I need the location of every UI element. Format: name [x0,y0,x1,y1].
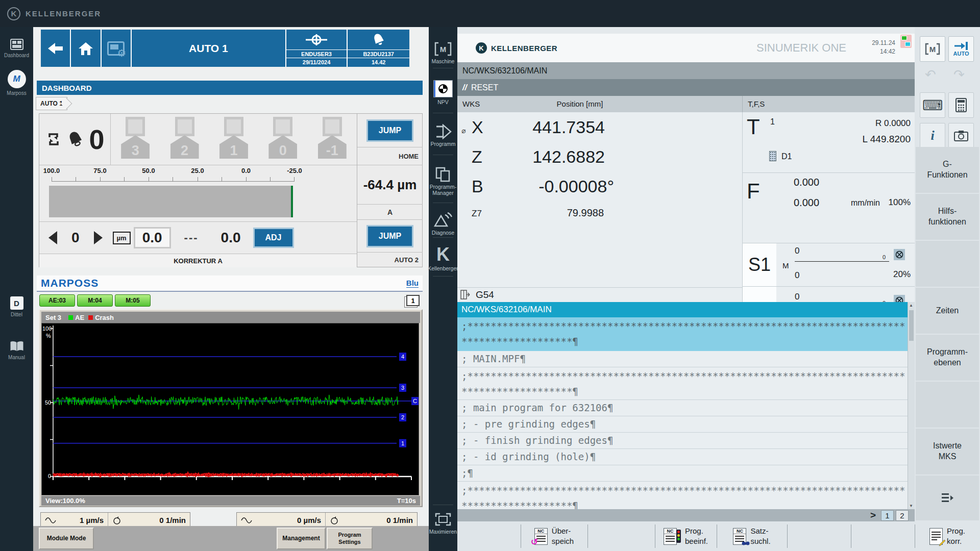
scroll-up-icon[interactable]: ▲ [909,303,913,308]
softkey-empty[interactable] [916,241,979,287]
tool-letter: T [747,116,760,138]
pager-page-1[interactable]: 1 [881,510,894,521]
pager-page-2[interactable]: 2 [896,510,909,521]
softkey-prog-beeinf[interactable]: NC Prog.beeinf. [655,521,717,551]
sinumerik-header: K KELLENBERGER SINUMERIK ONE 29.11.24 14… [457,34,915,62]
nav-item-programm[interactable]: Programm [429,124,457,147]
jump-auto2-button[interactable]: JUMP [366,225,413,247]
softkey-hilfsfunktionen[interactable]: Hilfs-funktionen [916,194,979,240]
program-line[interactable]: ;***************************************… [457,482,908,509]
jump-home-button[interactable]: JUMP [366,119,413,142]
softkey-separator [787,524,788,548]
svg-text:M: M [929,45,936,54]
module-mode-button[interactable]: Module Mode [39,528,94,549]
home-button[interactable] [71,30,100,67]
step-increase-icon[interactable] [94,231,103,244]
nav-item-kellenberger[interactable]: K Kellenberger [429,245,457,271]
nav-item-diagnose[interactable]: Diagnose [429,212,457,236]
program-line[interactable]: ;¶ [457,465,908,482]
tab-m05[interactable]: M:05 [115,294,151,307]
step-value: 0 [71,230,80,246]
program-line[interactable]: ; - finish grinding edges¶ [457,433,908,449]
home-label: HOME [357,153,423,160]
tab-m04[interactable]: M:04 [77,294,113,307]
spindle1-chip: S1 [743,243,776,286]
management-button[interactable]: Management [277,528,326,549]
nav-separator [433,68,453,68]
session-machine-cell[interactable]: B23DU2137 14.42 [348,30,409,67]
softkey-istwerte-mks[interactable]: IstwerteMKS [916,429,979,474]
nav-separator [433,113,453,113]
softkey-satzsuchlauf[interactable]: NC Satz-suchl. [717,521,787,551]
keyboard-button[interactable]: ⌨ [920,92,945,118]
adj-button[interactable]: ADJ [253,228,294,248]
program-editor[interactable]: ; MAIN.MPF¶ ;***************************… [457,351,908,509]
program-current-line[interactable]: ;***************************************… [457,317,908,351]
svg-text:2: 2 [401,414,404,420]
offset-value-field[interactable]: 0.0 [134,227,171,248]
coupling-icon [306,33,327,47]
network-status-icon [900,35,912,48]
scale-tick-label: 100.0 [43,167,60,174]
nav-item-npv[interactable]: NPV [429,80,457,105]
nav-item-maschine[interactable]: M Maschine [429,41,457,64]
marposs-logo-bar: MARPOSS Blu [37,276,423,292]
svg-text:M: M [440,45,447,54]
session-user-cell[interactable]: ENDUSER3 29/11/2024 [286,30,347,67]
machine-area-button[interactable]: M [920,36,945,62]
grinding-wheel-icon [769,151,776,161]
sidebar-label: Dashboard [4,53,29,58]
program-line[interactable]: ; - pre grinding edges¶ [457,416,908,433]
camera-button[interactable] [948,123,974,148]
svg-text:3: 3 [401,385,404,391]
marker: 1 [219,117,249,159]
redo-icon[interactable]: ↷ [953,68,965,81]
softkey-programmebenen[interactable]: Programm-ebenen [916,335,979,381]
marker: 3 [120,117,150,159]
program-line[interactable]: ; - id grinding (hole)¶ [457,449,908,465]
softkey-menu-extend[interactable] [916,475,979,520]
back-button[interactable] [41,30,70,67]
diameter-icon: ⌀ [457,127,472,135]
sinumerik-brand: KELLENBERGER [491,44,557,53]
tool-number: 1 [770,117,775,127]
scroll-down-icon[interactable]: ▼ [909,504,913,508]
undo-icon[interactable]: ↶ [925,68,936,81]
unit-toggle[interactable]: µm [113,232,131,244]
softkey-ueberspeich[interactable]: NC ↺ Über-speich [521,521,587,551]
channel-status-bar: // RESET [457,79,915,96]
softkey-prog-korr[interactable]: Prog.korr. [915,521,980,551]
program-path-bar: NC/WKS/632106/MAIN [457,62,915,79]
chart-plot-area: 100%50043C21 [41,323,419,495]
marposs-page-indicator[interactable]: 1 [406,295,420,306]
softkey-zeiten[interactable]: Zeiten [916,288,979,334]
softkey-g-funktionen[interactable]: G-Funktionen [916,147,979,193]
scale-tick-label: -25.0 [287,167,302,174]
tab-ae03[interactable]: AE:03 [39,294,75,307]
sidebar-item-marposs[interactable]: M Marposs [0,70,33,96]
rotation-icon [112,516,121,525]
step-decrease-icon[interactable] [48,231,57,244]
nav-item-programm-manager[interactable]: Programm- Manager [429,166,457,196]
program-line[interactable]: ; MAIN.MPF¶ [457,351,908,367]
nav-item-maximize[interactable]: Maximieren [429,512,457,535]
axis-label-cell: A [357,205,423,220]
dittel-icon: D [10,296,23,310]
program-line[interactable]: ;***************************************… [457,367,908,400]
calculator-button[interactable] [948,92,974,118]
program-scrollbar[interactable]: ▲ ▼ [908,302,915,509]
softkey-empty[interactable] [916,382,979,428]
sidebar-item-manual[interactable]: Manual [0,340,33,360]
program-settings-button[interactable]: Program Settings [327,528,373,549]
auto-mode-button[interactable]: AUTO [948,36,974,62]
panel-settings-button[interactable]: ⚙ [102,30,131,67]
scroll-thumb[interactable] [909,310,914,341]
pager-arrow-icon[interactable]: > [870,510,876,521]
program-line[interactable]: ; main program for 632106¶ [457,400,908,416]
date: 29.11.24 [872,39,895,47]
channel-status: RESET [471,83,498,92]
sidebar-item-dittel[interactable]: D Dittel [0,296,33,317]
info-button[interactable]: i [920,123,945,148]
sidebar-item-dashboard[interactable]: Dashboard [0,38,33,58]
tool-length: L 449.8200 [863,134,911,145]
